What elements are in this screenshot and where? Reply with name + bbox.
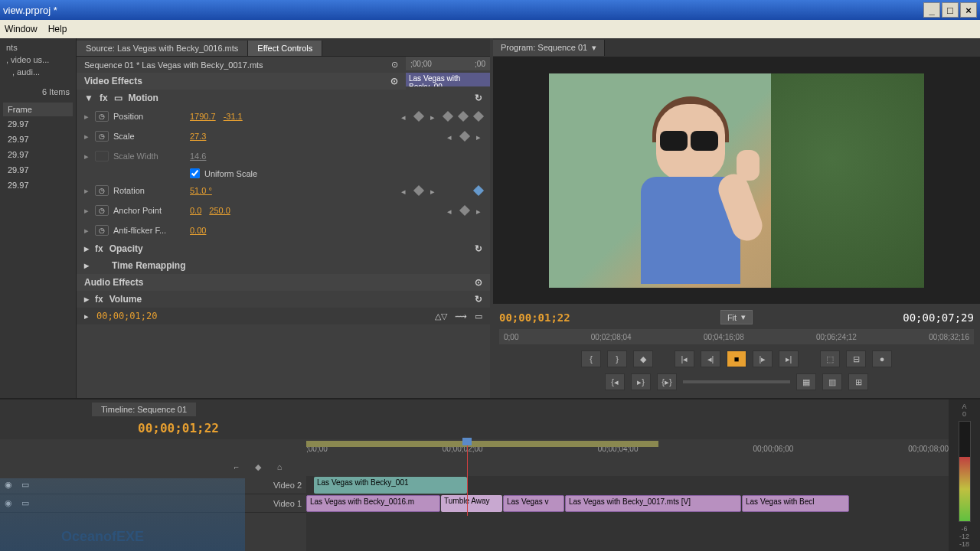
timeline-timecode[interactable]: 00;00;01;22 — [0, 421, 250, 435]
stopwatch-icon[interactable]: ◷ — [95, 111, 109, 122]
timeline-clip[interactable]: Las Vegas with Becky_001 — [314, 477, 467, 494]
expand-icon[interactable]: ⊙ — [391, 60, 398, 70]
reset-icon[interactable]: ⊙ — [475, 277, 482, 288]
timeline-clip[interactable]: Las Vegas with Becky_0017.mts [V] — [565, 495, 741, 512]
project-item[interactable]: , video us... — [3, 54, 73, 66]
keyframe-marker[interactable] — [473, 111, 484, 122]
next-keyframe-icon[interactable]: ▸ — [430, 187, 436, 194]
disclosure-triangle-icon[interactable]: ▼ — [84, 93, 93, 103]
prev-keyframe-icon[interactable]: ◂ — [401, 187, 407, 194]
program-tab[interactable]: Program: Sequence 01 ▾ — [493, 40, 605, 56]
prev-keyframe-icon[interactable]: ◂ — [447, 132, 453, 140]
extract-button[interactable]: ⊟ — [846, 350, 866, 367]
next-edit-button[interactable]: ▸} — [631, 373, 651, 390]
timeline-clip[interactable]: Las Vegas with Becl — [742, 495, 849, 512]
safe-margins-button[interactable]: ▦ — [796, 373, 816, 390]
anchor-x-value[interactable]: 0.0 — [190, 206, 201, 215]
scale-width-value[interactable]: 14.6 — [190, 152, 206, 161]
zoom-out-icon[interactable]: △▽ — [435, 311, 447, 321]
bin-icon[interactable]: ▭ — [475, 311, 482, 321]
program-ruler[interactable]: 0;00 00;02;08;04 00;04;16;08 00;06;24;12… — [499, 329, 974, 344]
playhead-icon[interactable]: ▸ — [84, 311, 89, 321]
motion-icon[interactable]: ▭ — [114, 93, 122, 103]
maximize-button[interactable]: □ — [942, 2, 959, 18]
next-keyframe-icon[interactable]: ▸ — [476, 132, 482, 140]
graph-icon[interactable]: ⟿ — [455, 311, 467, 321]
next-keyframe-icon[interactable]: ▸ — [430, 112, 436, 120]
disclosure-triangle-icon[interactable]: ▸ — [84, 152, 95, 161]
export-frame-button[interactable]: ● — [872, 350, 892, 367]
frame-column-header[interactable]: Frame — [3, 103, 73, 116]
mini-timeline-clip[interactable]: Las Vegas with Becky_00 — [406, 73, 490, 86]
program-timecode-current[interactable]: 00;00;01;22 — [499, 311, 570, 324]
menu-window[interactable]: Window — [5, 24, 38, 34]
position-y-value[interactable]: -31.1 — [224, 112, 243, 121]
step-back-button[interactable]: ◂| — [701, 350, 720, 367]
disclosure-triangle-icon[interactable]: ▸ — [84, 132, 95, 142]
timeline-ruler[interactable]: ;00;00 00;00;02;00 00;00;04;00 00;00;06;… — [0, 439, 949, 458]
project-item[interactable]: , audi... — [3, 66, 73, 78]
track-content[interactable]: Las Vegas with Becky_001 Las Vegas with … — [306, 476, 949, 551]
stopwatch-icon[interactable]: ◷ — [95, 225, 109, 236]
add-keyframe-button[interactable] — [413, 111, 424, 122]
prev-keyframe-icon[interactable]: ◂ — [447, 207, 453, 214]
go-to-out-button[interactable]: ▸| — [779, 350, 799, 367]
go-to-in-button[interactable]: |◂ — [675, 350, 694, 367]
add-keyframe-button[interactable] — [459, 205, 470, 216]
minimize-button[interactable]: _ — [923, 2, 940, 18]
timeline-clip[interactable]: Tumble Away — [441, 495, 502, 512]
tab-source[interactable]: Source: Las Vegas with Becky_0016.mts — [77, 41, 248, 56]
stopwatch-icon[interactable] — [95, 151, 109, 161]
anchor-y-value[interactable]: 250.0 — [209, 206, 230, 215]
reset-opacity-icon[interactable]: ↻ — [475, 243, 482, 254]
snap-icon[interactable]: ⌐ — [230, 461, 243, 473]
prev-edit-button[interactable]: {◂ — [605, 373, 625, 390]
stopwatch-icon[interactable]: ◷ — [95, 131, 109, 142]
timeline-clip[interactable]: Las Vegas with Becky_0016.m — [306, 495, 440, 512]
work-area-bar[interactable] — [306, 441, 658, 447]
uniform-scale-checkbox[interactable] — [190, 168, 200, 178]
antiflicker-value[interactable]: 0.00 — [190, 226, 206, 235]
settings-icon[interactable]: ⌂ — [273, 461, 286, 473]
disclosure-triangle-icon[interactable]: ▸ — [84, 186, 95, 196]
jog-wheel[interactable] — [683, 380, 790, 383]
timeline-tab[interactable]: Timeline: Sequence 01 — [92, 403, 196, 416]
reset-volume-icon[interactable]: ↻ — [475, 294, 482, 305]
mark-out-button[interactable]: } — [607, 350, 627, 367]
menu-help[interactable]: Help — [48, 24, 67, 34]
keyframe-marker[interactable] — [443, 111, 453, 122]
close-button[interactable]: × — [960, 2, 977, 18]
dropdown-icon[interactable]: ▾ — [592, 43, 596, 53]
next-keyframe-icon[interactable]: ▸ — [476, 207, 482, 214]
keyframe-marker[interactable] — [458, 111, 469, 122]
scale-value[interactable]: 27.3 — [190, 132, 206, 141]
rotation-value[interactable]: 51.0 ° — [190, 186, 212, 195]
timeline-clip[interactable]: Las Vegas v — [503, 495, 564, 512]
add-keyframe-button[interactable] — [459, 131, 470, 142]
position-x-value[interactable]: 1790.7 — [190, 112, 216, 121]
tab-effect-controls[interactable]: Effect Controls — [248, 41, 322, 56]
play-inout-button[interactable]: {▸} — [657, 373, 677, 390]
disclosure-triangle-icon[interactable]: ▸ — [84, 243, 89, 254]
reset-icon[interactable]: ⊙ — [390, 76, 398, 86]
marker-icon[interactable]: ◆ — [251, 461, 265, 473]
add-keyframe-button[interactable] — [413, 185, 424, 196]
program-monitor[interactable] — [493, 57, 980, 304]
disclosure-triangle-icon[interactable]: ▸ — [84, 260, 89, 271]
play-stop-button[interactable]: ■ — [727, 350, 746, 367]
disclosure-triangle-icon[interactable]: ▸ — [84, 226, 95, 236]
step-forward-button[interactable]: |▸ — [753, 350, 773, 367]
disclosure-triangle-icon[interactable]: ▸ — [84, 112, 95, 122]
effect-timecode[interactable]: 00;00;01;20 — [96, 311, 157, 321]
prev-keyframe-icon[interactable]: ◂ — [401, 112, 407, 120]
playhead-handle[interactable] — [462, 438, 472, 445]
stopwatch-icon[interactable]: ◷ — [95, 205, 109, 216]
reset-motion-icon[interactable]: ↻ — [475, 93, 482, 103]
disclosure-triangle-icon[interactable]: ▸ — [84, 206, 95, 216]
stopwatch-icon[interactable]: ◷ — [95, 185, 109, 196]
project-item[interactable]: nts — [3, 41, 73, 54]
lift-button[interactable]: ⬚ — [820, 350, 840, 367]
zoom-fit-select[interactable]: Fit ▾ — [720, 310, 753, 324]
mark-in-button[interactable]: { — [581, 350, 601, 367]
marker-button[interactable]: ◆ — [633, 350, 653, 367]
